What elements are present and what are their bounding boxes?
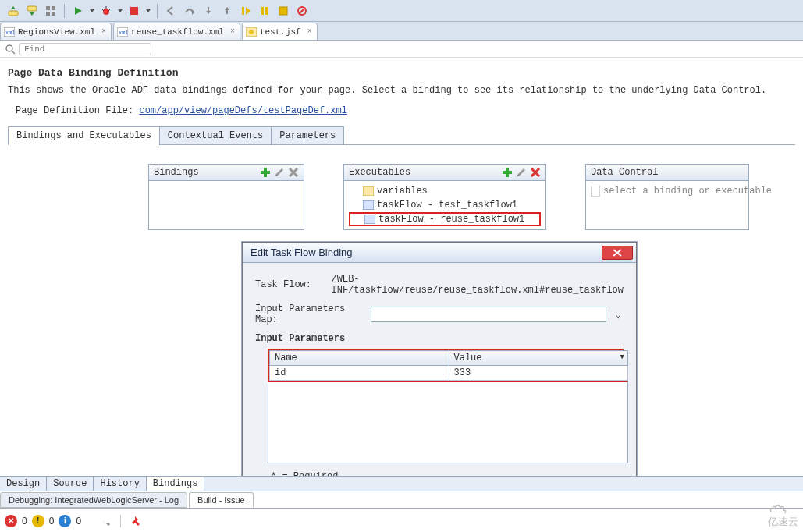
pause-icon[interactable]	[256, 2, 273, 20]
debug-dropdown-icon[interactable]	[116, 2, 124, 20]
tab-label: test.jsf	[260, 27, 301, 37]
step-over-icon[interactable]	[181, 2, 198, 20]
tab-bindings-executables[interactable]: Bindings and Executables	[8, 126, 160, 145]
close-icon[interactable]: ×	[307, 27, 312, 36]
find-bar	[0, 41, 803, 58]
dialog-title: Edit Task Flow Binding	[250, 246, 353, 258]
step-out-icon[interactable]	[219, 2, 236, 20]
separator	[157, 4, 158, 18]
db-down-icon[interactable]	[23, 2, 41, 20]
jsf-icon	[246, 27, 257, 37]
add-icon[interactable]	[502, 167, 513, 178]
svg-line-9	[108, 9, 110, 11]
kill-icon[interactable]	[275, 2, 292, 20]
taskflow-label: Task Flow:	[255, 279, 325, 290]
resume-icon[interactable]	[237, 2, 254, 20]
chevron-down-icon[interactable]: ⌄	[613, 309, 624, 321]
error-icon[interactable]: ✕	[5, 515, 17, 527]
warning-icon[interactable]: !	[32, 515, 44, 527]
input-map-field[interactable]	[371, 307, 606, 322]
svg-rect-13	[265, 7, 268, 15]
wrench-icon[interactable]	[98, 515, 111, 527]
svg-rect-30	[503, 171, 512, 174]
svg-rect-5	[52, 12, 55, 16]
col-value: Value	[454, 353, 482, 364]
info-icon[interactable]: i	[59, 515, 71, 527]
col-name: Name	[275, 353, 297, 364]
edit-icon[interactable]	[516, 167, 527, 178]
svg-rect-36	[591, 186, 600, 197]
svg-text:xml: xml	[119, 30, 128, 36]
tab-bindings[interactable]: Bindings	[147, 477, 205, 491]
xml-icon: xml	[117, 27, 128, 37]
close-icon[interactable]: ×	[230, 27, 235, 36]
executables-title: Executables	[349, 167, 410, 178]
taskflow-icon	[364, 215, 375, 224]
pagedef-link[interactable]: com/app/view/pageDefs/testPageDef.xml	[139, 105, 346, 116]
watermark: 亿速云	[768, 502, 798, 529]
tab-design[interactable]: Design	[0, 477, 47, 491]
input-parameters-heading: Input Parameters	[255, 333, 624, 344]
svg-rect-33	[363, 186, 374, 196]
close-icon[interactable]	[602, 246, 633, 260]
tab-label: reuse_taskflow.xml	[131, 27, 224, 37]
step-back-icon[interactable]	[162, 2, 179, 20]
svg-rect-4	[46, 12, 50, 16]
xml-icon: xml	[4, 27, 15, 37]
edit-icon[interactable]	[274, 167, 285, 178]
svg-rect-11	[242, 7, 244, 15]
tab-regionsview[interactable]: xml RegionsView.xml ×	[0, 23, 112, 40]
table-row[interactable]: id 333	[270, 366, 628, 381]
svg-rect-26	[261, 171, 270, 174]
tab-contextual-events[interactable]: Contextual Events	[159, 126, 272, 145]
tree-label: taskFlow - reuse_taskflow1	[378, 214, 524, 225]
delete-icon[interactable]	[530, 167, 541, 178]
tree-item-variables[interactable]: variables	[349, 184, 541, 198]
stop-dropdown-icon[interactable]	[144, 2, 152, 20]
find-input[interactable]	[19, 43, 151, 55]
svg-line-8	[102, 9, 104, 11]
svg-text:xml: xml	[5, 30, 15, 36]
svg-rect-1	[27, 6, 37, 11]
run-icon[interactable]	[69, 2, 87, 20]
separator	[120, 515, 121, 527]
out-tab-debugging[interactable]: Debugging: IntegratedWebLogicServer - Lo…	[0, 492, 187, 508]
add-icon[interactable]	[260, 167, 271, 178]
status-bar: ✕ 0 ! 0 i 0 亿速云	[0, 509, 803, 532]
pin-icon[interactable]	[130, 516, 141, 527]
chevron-down-icon[interactable]: ▼	[620, 353, 624, 361]
variables-icon	[363, 186, 374, 196]
editor-tabs: xml RegionsView.xml × xml reuse_taskflow…	[0, 22, 803, 41]
tab-parameters[interactable]: Parameters	[271, 126, 344, 145]
debug-icon[interactable]	[98, 2, 115, 20]
tab-source[interactable]: Source	[47, 477, 94, 491]
delete-icon[interactable]	[288, 167, 299, 178]
tab-label: RegionsView.xml	[18, 27, 95, 37]
param-name-cell[interactable]: id	[270, 366, 449, 381]
tree-item-taskflow1[interactable]: taskFlow - test_taskflow1	[349, 198, 541, 212]
stop-icon[interactable]	[126, 2, 143, 20]
tab-test-jsf[interactable]: test.jsf ×	[242, 23, 318, 40]
svg-line-24	[12, 51, 15, 54]
separator	[64, 4, 65, 18]
gc-icon[interactable]	[293, 2, 311, 20]
tree-item-reuse-taskflow1[interactable]: taskFlow - reuse_taskflow1	[349, 212, 541, 226]
out-tab-build[interactable]: Build - Issue	[189, 492, 254, 508]
step-into-icon[interactable]	[200, 2, 217, 20]
param-value-cell[interactable]: 333	[449, 366, 628, 381]
grid-icon[interactable]	[42, 2, 59, 20]
page-definition-line: Page Definition File: com/app/view/pageD…	[8, 105, 795, 116]
executables-panel: Executables variables taskFlow - test_ta…	[343, 164, 546, 230]
page-content: Page Data Binding Definition This shows …	[0, 58, 803, 236]
pagedef-label: Page Definition File:	[16, 105, 139, 116]
search-icon	[5, 44, 16, 55]
svg-rect-0	[9, 11, 18, 16]
run-dropdown-icon[interactable]	[88, 2, 96, 20]
error-count: 0	[22, 516, 27, 527]
tab-history[interactable]: History	[94, 477, 146, 491]
db-up-icon[interactable]	[5, 2, 22, 20]
tab-reuse-taskflow[interactable]: xml reuse_taskflow.xml ×	[113, 23, 240, 40]
svg-rect-14	[279, 7, 287, 15]
inner-tabs: Bindings and Executables Contextual Even…	[8, 126, 795, 145]
close-icon[interactable]: ×	[101, 27, 106, 36]
